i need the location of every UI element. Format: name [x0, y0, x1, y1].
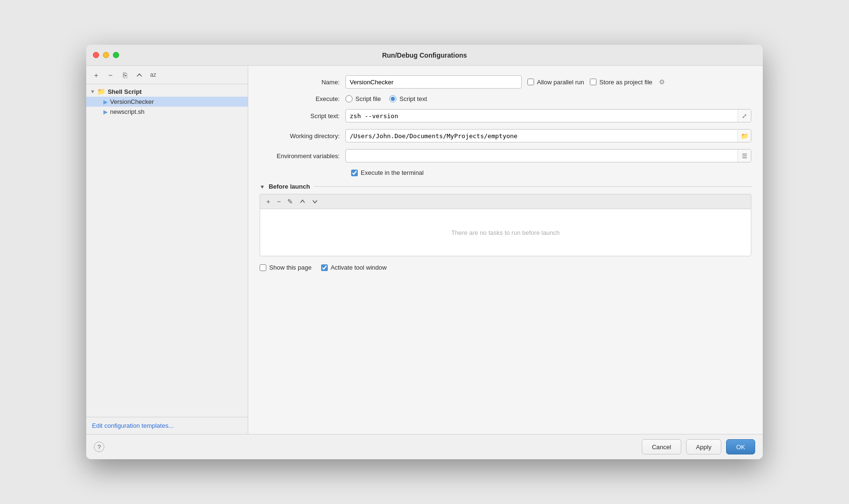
sidebar: + − ⎘ az ▼ 📁 [86, 66, 248, 434]
show-page-checkbox[interactable] [260, 264, 266, 271]
section-divider [314, 186, 751, 187]
tree-expand-icon: ▼ [90, 89, 95, 94]
main-content: + − ⎘ az ▼ 📁 [86, 66, 763, 434]
env-vars-row: Environment variables: ☰ [260, 149, 751, 162]
before-launch-move-down-button[interactable] [310, 197, 320, 206]
gear-settings-button[interactable]: ⚙ [658, 77, 666, 87]
tree-group-label: Shell Script [108, 88, 142, 95]
working-dir-control-area: 📁 [345, 129, 751, 142]
run-debug-configurations-dialog: Run/Debug Configurations + − ⎘ az [86, 45, 763, 459]
bottom-bar: ? Cancel Apply OK [86, 434, 763, 459]
activate-tool-window-label[interactable]: Activate tool window [321, 264, 387, 271]
sidebar-tree: ▼ 📁 Shell Script ▶ VersionChecker ▶ news… [86, 84, 248, 417]
tree-item-label: VersionChecker [110, 98, 154, 105]
help-button[interactable]: ? [94, 442, 104, 452]
execute-row: Execute: Script file Script text [260, 95, 751, 102]
sidebar-footer: Edit configuration templates... [86, 417, 248, 434]
script-text-label: Script text: [260, 112, 345, 120]
before-launch-header: ▼ Before launch [260, 183, 751, 190]
traffic-lights [93, 52, 119, 58]
minimize-button[interactable] [103, 52, 109, 58]
name-input[interactable] [345, 75, 522, 89]
dialog-title: Run/Debug Configurations [382, 51, 467, 59]
env-vars-field-container: ☰ [345, 149, 751, 162]
script-text-control-area: ⤢ [345, 109, 751, 122]
tree-item-label-2: newscript.sh [110, 108, 144, 115]
allow-parallel-checkbox[interactable] [527, 79, 534, 85]
remove-configuration-button[interactable]: − [104, 69, 117, 81]
before-launch-chevron[interactable]: ▼ [260, 184, 265, 190]
script-text-radio[interactable] [389, 95, 396, 102]
before-launch-toolbar: + − ✎ [260, 194, 751, 209]
script-text-row: Script text: ⤢ [260, 109, 751, 122]
script-text-field-container: ⤢ [345, 109, 751, 122]
execute-radio-group: Script file Script text [345, 95, 427, 102]
script-icon: ▶ [103, 99, 108, 105]
add-configuration-button[interactable]: + [90, 69, 102, 81]
no-tasks-text: There are no tasks to run before launch [451, 229, 560, 236]
script-icon-2: ▶ [103, 109, 108, 115]
ok-button[interactable]: OK [726, 439, 755, 454]
tree-group-shell-script: ▼ 📁 Shell Script ▶ VersionChecker ▶ news… [86, 86, 248, 117]
close-button[interactable] [93, 52, 99, 58]
before-launch-title: Before launch [269, 183, 310, 190]
bottom-checkboxes: Show this page Activate tool window [260, 264, 751, 271]
show-page-label[interactable]: Show this page [260, 264, 312, 271]
folder-icon: 📁 [97, 88, 105, 95]
store-as-project-label[interactable]: Store as project file [590, 79, 652, 86]
tree-group-header[interactable]: ▼ 📁 Shell Script [86, 86, 248, 97]
execute-in-terminal-row: Execute in the terminal [351, 169, 751, 176]
before-launch-move-up-button[interactable] [297, 197, 308, 206]
env-vars-input[interactable] [346, 152, 738, 160]
before-launch-section: ▼ Before launch + − ✎ There are n [260, 183, 751, 256]
script-file-radio[interactable] [345, 95, 353, 102]
working-dir-row: Working directory: 📁 [260, 129, 751, 142]
env-vars-label: Environment variables: [260, 152, 345, 160]
sort-button[interactable]: az [147, 69, 160, 81]
execute-in-terminal-label[interactable]: Execute in the terminal [351, 169, 424, 176]
execute-control-area: Script file Script text [345, 95, 751, 102]
before-launch-list: There are no tasks to run before launch [260, 209, 751, 256]
allow-parallel-label[interactable]: Allow parallel run [527, 79, 584, 86]
activate-tool-window-checkbox[interactable] [321, 264, 328, 271]
expand-script-button[interactable]: ⤢ [738, 109, 751, 122]
cancel-button[interactable]: Cancel [642, 439, 681, 454]
apply-button[interactable]: Apply [686, 439, 722, 454]
maximize-button[interactable] [113, 52, 119, 58]
before-launch-edit-button[interactable]: ✎ [285, 196, 295, 207]
script-file-option[interactable]: Script file [345, 95, 381, 102]
name-label: Name: [260, 79, 345, 86]
working-dir-label: Working directory: [260, 132, 345, 140]
svg-text:az: az [150, 71, 156, 78]
working-dir-field-container: 📁 [345, 129, 751, 142]
env-vars-control-area: ☰ [345, 149, 751, 162]
execute-in-terminal-checkbox[interactable] [351, 170, 358, 176]
edit-templates-link[interactable]: Edit configuration templates... [92, 422, 173, 429]
name-control-area: Allow parallel run Store as project file… [345, 75, 751, 89]
working-dir-input[interactable] [346, 132, 738, 140]
script-text-input[interactable] [346, 112, 738, 120]
titlebar: Run/Debug Configurations [86, 45, 763, 66]
before-launch-remove-button[interactable]: − [274, 196, 283, 207]
env-vars-edit-button[interactable]: ☰ [738, 149, 751, 162]
script-text-option[interactable]: Script text [389, 95, 427, 102]
sidebar-toolbar: + − ⎘ az [86, 66, 248, 84]
tree-item-newscript[interactable]: ▶ newscript.sh [86, 107, 248, 117]
name-row: Name: Allow parallel run Store as projec… [260, 75, 751, 89]
action-buttons: Cancel Apply OK [642, 439, 755, 454]
move-up-button[interactable] [133, 69, 145, 81]
execute-label: Execute: [260, 95, 345, 102]
right-panel: Name: Allow parallel run Store as projec… [248, 66, 763, 434]
store-as-project-checkbox[interactable] [590, 79, 596, 85]
before-launch-add-button[interactable]: + [264, 196, 273, 207]
browse-working-dir-button[interactable]: 📁 [738, 129, 751, 142]
copy-configuration-button[interactable]: ⎘ [119, 69, 131, 81]
tree-item-versionchecker[interactable]: ▶ VersionChecker [86, 97, 248, 107]
